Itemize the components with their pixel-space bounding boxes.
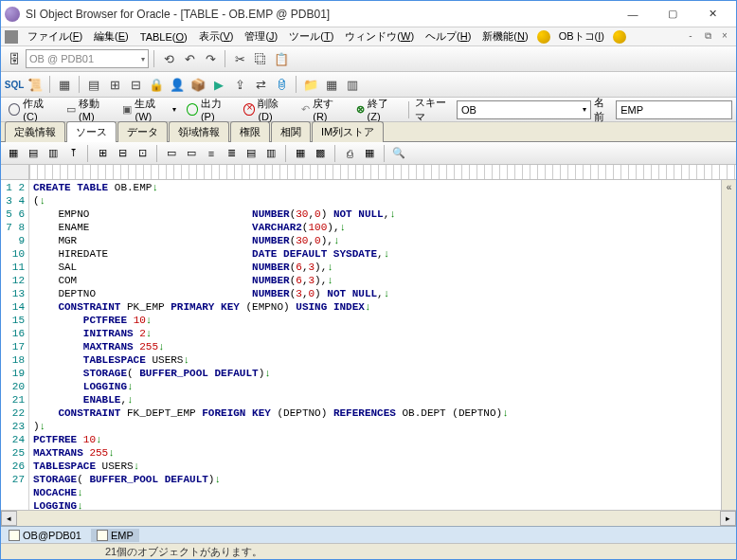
- menu-newfeat[interactable]: 新機能(N): [476, 27, 533, 45]
- view-button[interactable]: ▤: [84, 75, 103, 94]
- paste-button[interactable]: 📋: [272, 49, 291, 68]
- chevron-down-icon: ▾: [141, 55, 145, 63]
- menu-table[interactable]: TABLE(O): [135, 29, 193, 45]
- tab-data[interactable]: データ: [117, 121, 168, 142]
- table-button[interactable]: ▦: [55, 75, 74, 94]
- et-btn-16[interactable]: ⎙: [341, 145, 358, 162]
- compare-button[interactable]: ⇄: [251, 75, 270, 94]
- tab-rel[interactable]: 相関: [271, 121, 311, 142]
- close-button[interactable]: ✕: [692, 2, 732, 27]
- collapse-bar: «: [721, 180, 736, 510]
- package-button[interactable]: 📦: [189, 75, 207, 94]
- et-btn-7[interactable]: ⊡: [134, 145, 151, 162]
- schema-label: スキーマ: [415, 96, 454, 124]
- et-btn-12[interactable]: ▤: [243, 145, 260, 162]
- redo-button[interactable]: ↷: [201, 49, 220, 68]
- scroll-track[interactable]: [17, 511, 720, 526]
- et-btn-9[interactable]: ▭: [183, 145, 200, 162]
- tabs-row: 定義情報 ソース データ 領域情報 権限 相関 IM列ストア: [1, 122, 736, 142]
- menu-manage[interactable]: 管理(J): [239, 27, 283, 45]
- bottom-tabs: OB@PDB01 EMP: [1, 526, 736, 543]
- index-button[interactable]: ⊟: [126, 75, 145, 94]
- maximize-button[interactable]: ▢: [653, 2, 692, 27]
- menu-edit[interactable]: 編集(E): [88, 27, 135, 45]
- tab-im[interactable]: IM列ストア: [312, 121, 384, 142]
- et-btn-11[interactable]: ≣: [223, 145, 240, 162]
- et-btn-6[interactable]: ⊟: [114, 145, 131, 162]
- schema-select[interactable]: OB ▾: [457, 100, 591, 119]
- script-button[interactable]: 📜: [26, 75, 45, 94]
- et-btn-15[interactable]: ▩: [312, 145, 329, 162]
- bottom-tab-conn[interactable]: OB@PDB01: [3, 529, 87, 542]
- del-button[interactable]: ×削除(D): [240, 95, 295, 124]
- refresh-button[interactable]: ⟲: [159, 49, 178, 68]
- et-btn-18[interactable]: 🔍: [390, 145, 407, 162]
- grid-button[interactable]: ▦: [322, 75, 341, 94]
- menu-window[interactable]: ウィンドウ(W): [339, 27, 420, 45]
- menu-tool[interactable]: ツール(T): [283, 27, 339, 45]
- et-btn-5[interactable]: ⊞: [94, 145, 111, 162]
- et-btn-14[interactable]: ▦: [292, 145, 309, 162]
- minimize-button[interactable]: —: [613, 2, 653, 27]
- create-button[interactable]: 作成(C): [5, 95, 60, 124]
- connection-combo[interactable]: OB @ PDB01 ▾: [26, 49, 149, 68]
- menu-help[interactable]: ヘルプ(H): [420, 27, 476, 45]
- et-btn-1[interactable]: ▦: [5, 145, 22, 162]
- toolbar-objects: SQL 📜 ▦ ▤ ⊞ ⊟ 🔒 👤 📦 ▶ ⇪ ⇄ 🛢 📁 ▦ ▥: [1, 72, 736, 98]
- run-button[interactable]: ▶: [209, 75, 228, 94]
- et-btn-17[interactable]: ▦: [361, 145, 378, 162]
- mdi-close-button[interactable]: ×: [717, 30, 732, 44]
- folder-button[interactable]: 📁: [301, 75, 320, 94]
- scroll-right-button[interactable]: ▸: [720, 511, 736, 526]
- et-btn-3[interactable]: ▥: [45, 145, 62, 162]
- name-label: 名前: [594, 96, 614, 124]
- et-btn-8[interactable]: ▭: [163, 145, 180, 162]
- menu-obtoko[interactable]: OBトコ(I): [553, 27, 610, 45]
- h-scrollbar[interactable]: ◂ ▸: [1, 510, 736, 526]
- action-row: 作成(C) ▭移動(M) ▣生成(W) ▾ 出力(P) ×削除(D) ↶戻す(R…: [1, 98, 736, 122]
- db-icon: [9, 530, 20, 541]
- tab-priv[interactable]: 権限: [230, 121, 270, 142]
- undo-button[interactable]: ↶: [180, 49, 199, 68]
- lock-button[interactable]: 🔒: [147, 75, 166, 94]
- seq-button[interactable]: ⊞: [105, 75, 124, 94]
- code-area[interactable]: CREATE TABLE OB.EMP↓ (↓ EMPNO NUMBER(30,…: [29, 180, 721, 510]
- et-btn-2[interactable]: ▤: [25, 145, 42, 162]
- et-btn-13[interactable]: ▥: [262, 145, 279, 162]
- user-button[interactable]: 👤: [168, 75, 187, 94]
- out-button[interactable]: 出力(P): [183, 95, 238, 124]
- gen-button[interactable]: ▣生成(W) ▾: [118, 95, 179, 124]
- et-btn-4[interactable]: ⤒: [64, 145, 81, 162]
- move-button[interactable]: ▭移動(M): [63, 95, 116, 124]
- mdi-doc-icon: [5, 30, 18, 44]
- app-icon: [5, 7, 20, 22]
- mdi-minimize-button[interactable]: -: [683, 30, 698, 44]
- ruler-corner: [1, 165, 29, 179]
- tab-source[interactable]: ソース: [66, 121, 117, 142]
- end-button[interactable]: ⊗終了(Z): [352, 95, 403, 124]
- sql-button[interactable]: SQL: [5, 75, 24, 94]
- menu-view[interactable]: 表示(V): [193, 27, 240, 45]
- name-input[interactable]: EMP: [616, 100, 732, 119]
- titlebar: SI Object Browser for Oracle - [TABLE - …: [1, 1, 736, 27]
- tab-area[interactable]: 領域情報: [169, 121, 229, 142]
- collapse-button[interactable]: «: [727, 182, 732, 192]
- export-button[interactable]: ⇪: [230, 75, 249, 94]
- ob-icon: [537, 30, 550, 44]
- menu-file[interactable]: ファイル(F): [22, 27, 88, 45]
- db-button[interactable]: 🛢: [272, 75, 291, 94]
- mdi-restore-button[interactable]: ⧉: [700, 30, 715, 44]
- editor-toolbar: ▦ ▤ ▥ ⤒ ⊞ ⊟ ⊡ ▭ ▭ ≡ ≣ ▤ ▥ ▦ ▩ ⎙ ▦ 🔍: [1, 142, 736, 165]
- et-btn-10[interactable]: ≡: [203, 145, 220, 162]
- ob-icon-2: [613, 30, 626, 44]
- window-button[interactable]: ▥: [343, 75, 362, 94]
- copy-button[interactable]: ⿻: [251, 49, 270, 68]
- bottom-tab-obj[interactable]: EMP: [91, 529, 139, 542]
- scroll-left-button[interactable]: ◂: [1, 511, 17, 526]
- tab-defs[interactable]: 定義情報: [5, 121, 65, 142]
- cut-button[interactable]: ✂: [230, 49, 249, 68]
- window-controls: — ▢ ✕: [613, 2, 732, 27]
- connection-icon[interactable]: 🗄: [5, 49, 24, 68]
- back-button[interactable]: ↶戻す(R): [297, 95, 349, 124]
- editor: 1 2 3 4 5 6 7 8 9 10 11 12 13 14 15 16 1…: [1, 180, 736, 510]
